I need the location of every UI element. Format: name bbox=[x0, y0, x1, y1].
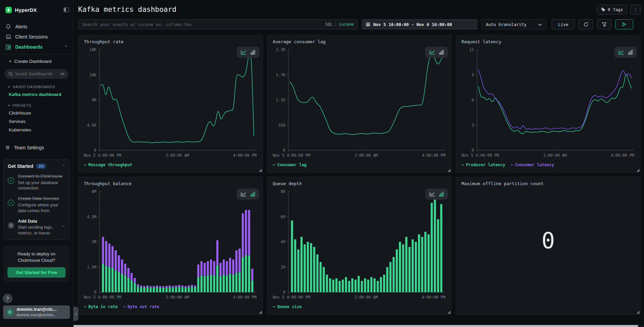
sidebar-item-clickhouse[interactable]: ClickHouse bbox=[0, 109, 73, 117]
svg-text:60: 60 bbox=[281, 215, 285, 219]
legend-label: Producer latency bbox=[466, 162, 505, 167]
bar-chart-icon[interactable] bbox=[251, 50, 255, 55]
chart-plot-area[interactable]: 04.5K9K14K18K bbox=[84, 47, 257, 152]
get-started-step[interactable]: ✓ Create Data Sources Configure where yo… bbox=[8, 196, 65, 213]
x-tick-label: 4:00:00 PM bbox=[422, 295, 445, 300]
step-number-badge: 3 bbox=[8, 222, 14, 229]
x-axis-labels: Nov 5 4:00:00 PM2:00:00 AM4:00:00 PM bbox=[84, 153, 257, 158]
lucene-toggle[interactable]: Lucene bbox=[339, 22, 354, 27]
resize-handle[interactable] bbox=[259, 311, 262, 313]
arrow-right-icon: → bbox=[61, 218, 65, 236]
chart-card-maximum-offline-partition-count: Maximum offline partition count0 bbox=[456, 177, 641, 315]
saved-dashboards-placeholder: Saved Dashboards bbox=[15, 72, 58, 76]
section-header[interactable]: PRESETS bbox=[0, 99, 73, 109]
sidebar-item-dashboards[interactable]: Dashboards⌃ bbox=[0, 42, 73, 52]
get-started-free-button[interactable]: Get Started for Free bbox=[7, 267, 66, 278]
brand-name: HyperDX bbox=[15, 7, 37, 13]
line-chart-icon[interactable] bbox=[429, 192, 435, 197]
sidebar-nav: Alerts Client Sessions Dashboards⌃ bbox=[0, 22, 73, 52]
line-chart-icon[interactable] bbox=[429, 50, 435, 55]
svg-text:9: 9 bbox=[472, 73, 474, 77]
sidebar-collapse-icon[interactable] bbox=[64, 7, 69, 12]
bar-chart-icon[interactable] bbox=[628, 50, 633, 55]
refresh-icon bbox=[583, 22, 589, 27]
line-chart-icon[interactable] bbox=[618, 50, 624, 55]
svg-text:6: 6 bbox=[472, 98, 474, 102]
section-header[interactable]: SAVED DASHBOARDS bbox=[0, 80, 73, 90]
refresh-button[interactable] bbox=[579, 19, 593, 29]
get-started-step[interactable]: 3 Add Data Start sending logs, metrics, … bbox=[8, 218, 65, 236]
resize-handle[interactable] bbox=[448, 311, 450, 313]
svg-text:6M: 6M bbox=[92, 189, 96, 194]
live-button[interactable]: Live bbox=[552, 19, 575, 29]
dashboards-icon bbox=[5, 45, 11, 50]
event-search-input[interactable] bbox=[82, 22, 323, 27]
sidebar-item-services[interactable]: Services bbox=[0, 117, 73, 126]
legend-item[interactable]: —Consumer lag bbox=[273, 162, 307, 167]
svg-text:14K: 14K bbox=[89, 73, 96, 77]
legend-item[interactable]: —Byte in rate bbox=[84, 304, 118, 309]
legend-item[interactable]: —Producer latency bbox=[461, 162, 505, 167]
horizontal-scrollbar[interactable] bbox=[73, 325, 644, 327]
legend-swatch: — bbox=[273, 162, 275, 167]
legend-label: Consumer latency bbox=[515, 162, 554, 167]
chart-plot-area[interactable]: 036912 bbox=[461, 47, 635, 152]
line-chart-icon[interactable] bbox=[241, 50, 246, 55]
step-title: Create Data Sources bbox=[18, 196, 65, 202]
gear-icon: ⚙ bbox=[5, 145, 10, 151]
chart-plot-area[interactable]: 05501.1K1.7K2.2K bbox=[273, 47, 446, 152]
line-chart-icon[interactable] bbox=[241, 192, 246, 197]
cloud-promo-panel: Ready to deploy on ClickHouse Cloud? Get… bbox=[3, 246, 70, 282]
chart-legend: —Message throughput bbox=[84, 162, 257, 167]
chart-plot-area[interactable]: 01.5M3M4.5M6M bbox=[84, 189, 257, 294]
saved-dashboards-search-input[interactable]: Saved Dashboards ⌘K bbox=[5, 69, 68, 79]
x-tick-label: Nov 5 4:00:00 PM bbox=[273, 295, 310, 300]
time-range-picker[interactable]: Nov 5 16:00:00 - Nov 6 16:00:00 bbox=[362, 19, 477, 29]
panel-expand-handle[interactable]: › bbox=[73, 307, 78, 321]
chevron-up-icon: ⌃ bbox=[65, 45, 68, 49]
legend-swatch: — bbox=[461, 162, 464, 167]
help-button[interactable]: ? bbox=[3, 294, 13, 303]
chart-card-average-consumer-lag: Average consumer lag05501.1K1.7K2.2KNov … bbox=[267, 35, 452, 173]
svg-text:0: 0 bbox=[472, 148, 474, 152]
shortcut-hint: ⌘K bbox=[60, 72, 65, 76]
create-dashboard-button[interactable]: + Create Dashboard bbox=[0, 54, 73, 66]
dashboard-menu-button[interactable]: ⋮ bbox=[630, 5, 641, 15]
bar-chart-icon[interactable] bbox=[439, 50, 444, 55]
granularity-select[interactable]: Auto Granularity bbox=[481, 19, 546, 29]
legend-item[interactable]: —Message throughput bbox=[84, 162, 132, 167]
chevron-up-icon[interactable]: ⌃ bbox=[62, 164, 65, 169]
legend-item[interactable]: —Consumer latency bbox=[510, 162, 554, 167]
legend-item[interactable]: —Queue size bbox=[273, 304, 302, 309]
run-query-button[interactable] bbox=[615, 19, 633, 29]
cloud-promo-line2: ClickHouse Cloud? bbox=[7, 257, 66, 264]
sidebar-item-kubernetes[interactable]: Kubernetes bbox=[0, 126, 73, 134]
get-started-step[interactable]: ✓ Connect to ClickHouse Set up your data… bbox=[8, 173, 65, 191]
svg-text:0: 0 bbox=[94, 290, 96, 294]
resize-handle[interactable] bbox=[637, 311, 639, 313]
x-tick-label: 2:00:00 AM bbox=[543, 153, 567, 158]
bar-chart-icon[interactable] bbox=[251, 192, 255, 197]
step-description: Set up your database connection bbox=[18, 180, 65, 192]
legend-item[interactable]: —Byte out rate bbox=[123, 304, 159, 309]
x-tick-label: 4:00:00 PM bbox=[422, 153, 445, 158]
app-root: HyperDX Alerts Client Sessions Dashboard… bbox=[0, 0, 644, 327]
bar-chart-icon[interactable] bbox=[439, 192, 444, 197]
sidebar-item-kafka-metrics-dashboard[interactable]: Kafka metrics dashboard bbox=[0, 90, 73, 99]
legend-label: Byte out rate bbox=[127, 304, 159, 309]
resize-handle[interactable] bbox=[448, 169, 450, 172]
sql-toggle[interactable]: SQL bbox=[325, 22, 333, 27]
resize-handle[interactable] bbox=[259, 169, 262, 172]
sidebar-item-alerts[interactable]: Alerts bbox=[0, 22, 73, 32]
sidebar-item-team-settings[interactable]: ⚙ Team Settings bbox=[0, 142, 73, 154]
sidebar-item-client-sessions[interactable]: Client Sessions bbox=[0, 32, 73, 42]
chart-legend: —Queue size bbox=[273, 304, 446, 309]
resize-handle[interactable] bbox=[637, 169, 639, 172]
filter-button[interactable] bbox=[597, 19, 611, 29]
x-tick-label: 4:00:00 PM bbox=[233, 153, 256, 158]
x-tick-label: Nov 5 4:00:00 PM bbox=[84, 153, 121, 158]
tags-button[interactable]: 0 Tags bbox=[597, 5, 627, 15]
user-menu[interactable]: D dominic.tran@clic... dominic.tran@clic… bbox=[3, 305, 70, 319]
step-title: Add Data bbox=[18, 218, 57, 224]
chart-plot-area[interactable]: 020406080 bbox=[273, 189, 446, 294]
